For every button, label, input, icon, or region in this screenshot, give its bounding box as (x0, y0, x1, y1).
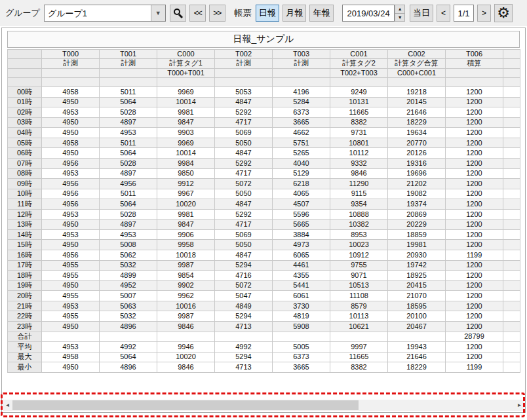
scroll-right-icon[interactable]: ► (515, 400, 524, 411)
grid-cell: 18229 (388, 362, 446, 373)
grid-cell: 19218 (388, 87, 446, 98)
grid-cell: 1200 (446, 220, 503, 230)
grid-cell: 1200 (446, 128, 503, 138)
grid-cell: 4896 (100, 321, 157, 332)
grid-cell: 1200 (446, 280, 503, 291)
row-label: 17時 (8, 260, 42, 271)
grid-cell: 4040 (273, 158, 330, 168)
grid-cell: 5284 (273, 97, 330, 107)
horizontal-scrollbar[interactable]: ◄ ► (3, 400, 524, 411)
next-group-button[interactable]: >> (209, 5, 225, 22)
grid-cell: 4713 (215, 362, 273, 373)
page-next-button[interactable]: > (477, 5, 492, 22)
grid-cell: 1200 (446, 148, 503, 159)
grid-cell: 8382 (330, 117, 388, 128)
grid-cell: 5007 (100, 291, 157, 301)
grid-cell: 9846 (157, 321, 215, 332)
grid-col-type: 計測 (273, 59, 330, 68)
row-label: 12時 (8, 209, 42, 220)
group-select[interactable]: グループ1 ▼ (44, 5, 166, 22)
grid-cell: 8953 (330, 229, 388, 240)
grid-filler (503, 87, 520, 98)
grid-filler (503, 260, 520, 271)
spin-up-button[interactable]: ▲ (395, 5, 405, 13)
grid-cell: 4847 (215, 250, 273, 261)
page-prev-button[interactable]: < (437, 5, 451, 22)
table-row: 01時49505064100144847528410131201451200 (8, 97, 520, 107)
grid-cell: 5294 (215, 352, 273, 362)
grid-cell: 5292 (215, 107, 273, 118)
grid-filler (503, 352, 520, 362)
grid-col-id: T002 (215, 50, 273, 59)
grid-col-formula (273, 68, 330, 77)
grid-cell: 9846 (330, 168, 388, 179)
grid-cell: 18229 (388, 117, 446, 128)
grid-cell: 5062 (100, 250, 157, 261)
row-label: 21時 (8, 301, 42, 311)
grid-filler (503, 362, 520, 373)
grid-cell: 4953 (100, 229, 157, 240)
grid-filler (503, 107, 520, 118)
grid-cell: 4461 (273, 260, 330, 271)
grid-cell: 4897 (100, 220, 157, 230)
grid-cell: 9981 (157, 209, 215, 220)
row-label: 08時 (8, 168, 42, 179)
grid-cell: 9981 (157, 107, 215, 118)
row-label: 06時 (8, 148, 42, 159)
grid-filler (503, 117, 520, 128)
grid-cell: 20930 (388, 250, 446, 261)
grid-cell: 9997 (330, 342, 388, 353)
grid-filler (503, 189, 520, 199)
grid-cell: 19742 (388, 260, 446, 271)
grid-cell: 9987 (157, 260, 215, 271)
grid-filler (503, 229, 520, 240)
settings-button[interactable]: ⚙ (494, 4, 513, 22)
table-row: 17時495550329987529444619755197421200 (8, 260, 520, 271)
scroll-left-icon[interactable]: ◄ (3, 400, 12, 411)
table-row: 14時495349539906506938848953188591200 (8, 229, 520, 240)
grid-cell: 1200 (446, 291, 503, 301)
grid-cell: 20145 (388, 97, 446, 107)
grid-col-id: T001 (100, 50, 157, 59)
grid-cell: 1200 (446, 168, 503, 179)
search-button[interactable] (170, 5, 187, 22)
grid-col-id: T000 (42, 50, 100, 59)
grid-cell: 4953 (42, 168, 100, 179)
grid-cell: 9731 (330, 128, 388, 138)
tab-monthly-report[interactable]: 月報 (283, 5, 306, 22)
grid-cell: 6061 (273, 291, 330, 301)
grid-cell (42, 332, 100, 342)
scrollbar-thumb[interactable] (12, 400, 359, 410)
spin-down-button[interactable]: ▼ (395, 13, 405, 22)
grid-cell: 4847 (215, 148, 273, 159)
grid-filler (503, 77, 520, 86)
grid-filler (503, 291, 520, 301)
today-button[interactable]: 当日 (410, 5, 433, 22)
table-row: 10時495650119967505040659115190821200 (8, 189, 520, 199)
grid-cell: 9850 (157, 168, 215, 179)
grid-header-row: T000T001C000T002T003C001C002T006 (8, 50, 520, 59)
report-grid: T000T001C000T002T003C001C002T006計測計測計算タグ… (7, 49, 520, 373)
grid-cell: 4953 (42, 107, 100, 118)
grid-cell: 4956 (42, 179, 100, 189)
row-label: 平均 (8, 342, 42, 353)
grid-filler (503, 301, 520, 311)
grid-col-formula: T000+T001 (157, 68, 215, 77)
grid-cell: 4958 (42, 138, 100, 148)
grid-col-type: 計測 (100, 59, 157, 68)
grid-cell: 5028 (100, 158, 157, 168)
grid-cell: 10131 (330, 97, 388, 107)
tab-daily-report[interactable]: 日報 (256, 5, 279, 22)
table-row: 09時4956495699125072621811290212021200 (8, 179, 520, 189)
grid-cell: 4950 (42, 240, 100, 250)
row-label: 03時 (8, 117, 42, 128)
date-field[interactable]: 2019/03/24 (342, 5, 395, 22)
grid-cell (273, 332, 330, 342)
grid-cell: 4956 (42, 189, 100, 199)
grid-cell: 6065 (273, 250, 330, 261)
grid-cell (330, 332, 388, 342)
prev-group-button[interactable]: << (189, 5, 206, 22)
grid-col-id: T003 (273, 50, 330, 59)
tab-yearly-report[interactable]: 年報 (309, 5, 333, 22)
chevron-down-icon[interactable]: ▼ (151, 5, 165, 21)
